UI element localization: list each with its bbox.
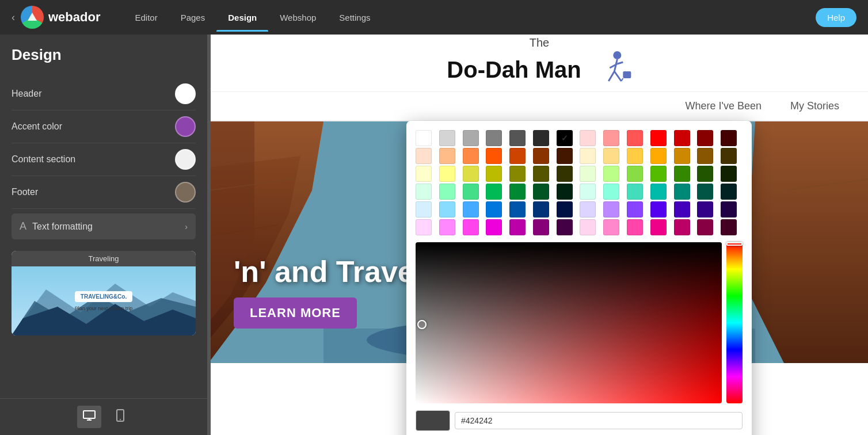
swatch-cell[interactable]	[580, 148, 596, 164]
swatch-cell[interactable]	[603, 166, 619, 182]
desktop-view-button[interactable]	[77, 406, 101, 428]
swatch-cell[interactable]	[439, 184, 455, 200]
swatch-cell[interactable]	[650, 184, 667, 200]
nav-webshop[interactable]: Webshop	[268, 8, 328, 27]
swatch-cell[interactable]	[509, 184, 526, 200]
swatch-cell[interactable]	[721, 184, 737, 200]
swatch-cell[interactable]	[580, 219, 596, 235]
swatch-cell[interactable]	[650, 166, 667, 182]
gradient-canvas[interactable]	[416, 242, 722, 403]
swatch-cell[interactable]	[697, 130, 713, 146]
swatch-cell[interactable]	[674, 148, 690, 164]
sidebar-item-footer[interactable]: Footer	[12, 176, 196, 209]
swatch-cell[interactable]	[416, 219, 432, 235]
swatch-cell[interactable]	[439, 201, 455, 217]
sidebar-item-accent[interactable]: Accent color	[12, 110, 196, 143]
swatch-cell[interactable]	[674, 166, 690, 182]
swatch-cell[interactable]	[416, 166, 432, 182]
swatch-cell[interactable]	[533, 148, 549, 164]
swatch-cell[interactable]	[486, 219, 502, 235]
swatch-cell[interactable]	[557, 184, 573, 200]
swatch-cell[interactable]	[486, 148, 502, 164]
footer-color-swatch[interactable]	[175, 182, 196, 203]
swatch-cell[interactable]	[509, 201, 526, 217]
swatch-cell[interactable]	[603, 201, 619, 217]
text-formatting-row[interactable]: A Text formatting ›	[12, 213, 196, 239]
swatch-cell[interactable]	[463, 219, 479, 235]
swatch-cell[interactable]	[697, 166, 713, 182]
swatch-cell[interactable]	[439, 166, 455, 182]
swatch-cell[interactable]	[557, 166, 573, 182]
swatch-cell[interactable]	[439, 219, 455, 235]
swatch-cell[interactable]	[580, 201, 596, 217]
swatch-cell[interactable]	[416, 130, 432, 146]
swatch-cell[interactable]	[486, 130, 502, 146]
swatch-cell[interactable]	[416, 148, 432, 164]
sidebar-item-header[interactable]: Header	[12, 78, 196, 110]
accent-color-swatch[interactable]	[175, 116, 196, 137]
swatch-cell[interactable]	[627, 201, 643, 217]
swatch-cell[interactable]	[533, 219, 549, 235]
swatch-cell[interactable]	[697, 201, 713, 217]
swatch-cell[interactable]	[533, 201, 549, 217]
swatch-cell[interactable]	[674, 130, 690, 146]
help-button[interactable]: Help	[816, 8, 856, 27]
swatch-cell[interactable]	[486, 201, 502, 217]
swatch-cell[interactable]	[533, 166, 549, 182]
swatch-cell[interactable]	[533, 184, 549, 200]
header-color-swatch[interactable]	[175, 83, 196, 104]
nav-editor[interactable]: Editor	[123, 8, 169, 27]
sidebar-item-content[interactable]: Content section	[12, 143, 196, 176]
swatch-cell[interactable]	[463, 148, 479, 164]
swatch-cell[interactable]	[627, 219, 643, 235]
swatch-cell[interactable]	[533, 130, 549, 146]
swatch-cell[interactable]	[439, 148, 455, 164]
swatch-cell[interactable]	[557, 219, 573, 235]
swatch-cell[interactable]	[463, 184, 479, 200]
swatch-cell[interactable]	[674, 201, 690, 217]
swatch-cell[interactable]	[580, 166, 596, 182]
swatch-cell[interactable]	[463, 166, 479, 182]
mobile-view-button[interactable]	[111, 406, 130, 428]
swatch-cell[interactable]	[603, 148, 619, 164]
swatch-cell[interactable]	[486, 184, 502, 200]
swatch-cell[interactable]	[580, 130, 596, 146]
swatch-cell[interactable]	[721, 130, 737, 146]
swatch-cell[interactable]	[509, 130, 526, 146]
swatch-cell[interactable]	[650, 130, 667, 146]
swatch-cell[interactable]	[627, 184, 643, 200]
swatch-cell[interactable]	[603, 184, 619, 200]
swatch-cell[interactable]	[463, 201, 479, 217]
swatch-cell[interactable]	[627, 148, 643, 164]
back-button[interactable]: ‹	[12, 12, 15, 24]
swatch-cell[interactable]	[509, 148, 526, 164]
swatch-cell[interactable]	[674, 184, 690, 200]
nav-pages[interactable]: Pages	[169, 8, 217, 27]
swatch-cell[interactable]	[697, 184, 713, 200]
nav-design[interactable]: Design	[216, 8, 268, 27]
swatch-cell[interactable]	[721, 148, 737, 164]
swatch-cell[interactable]	[627, 166, 643, 182]
swatch-cell[interactable]	[557, 130, 573, 146]
swatch-cell[interactable]	[721, 166, 737, 182]
nav-settings[interactable]: Settings	[328, 8, 382, 27]
swatch-cell[interactable]	[721, 219, 737, 235]
swatch-cell[interactable]	[509, 219, 526, 235]
hero-button[interactable]: LEARN MORE	[234, 297, 357, 329]
swatch-cell[interactable]	[627, 130, 643, 146]
swatch-cell[interactable]	[721, 201, 737, 217]
swatch-cell[interactable]	[486, 166, 502, 182]
swatch-cell[interactable]	[603, 130, 619, 146]
swatch-cell[interactable]	[650, 201, 667, 217]
hue-slider[interactable]	[726, 242, 743, 403]
swatch-cell[interactable]	[557, 148, 573, 164]
swatch-cell[interactable]	[416, 184, 432, 200]
swatch-cell[interactable]	[557, 201, 573, 217]
swatch-cell[interactable]	[697, 219, 713, 235]
swatch-cell[interactable]	[416, 201, 432, 217]
swatch-cell[interactable]	[603, 219, 619, 235]
swatch-cell[interactable]	[650, 219, 667, 235]
swatch-cell[interactable]	[674, 219, 690, 235]
swatch-cell[interactable]	[463, 130, 479, 146]
swatch-cell[interactable]	[509, 166, 526, 182]
